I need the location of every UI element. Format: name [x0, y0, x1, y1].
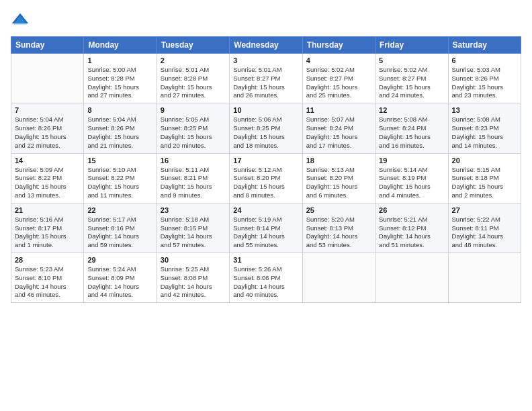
calendar-cell: 10Sunrise: 5:06 AMSunset: 8:25 PMDayligh… [230, 103, 302, 153]
calendar-cell: 5Sunrise: 5:02 AMSunset: 8:27 PMDaylight… [375, 54, 448, 103]
page-header [11, 11, 521, 30]
calendar-week-row: 21Sunrise: 5:16 AMSunset: 8:17 PMDayligh… [11, 203, 521, 253]
calendar-cell: 4Sunrise: 5:02 AMSunset: 8:27 PMDaylight… [302, 54, 375, 103]
calendar-cell: 23Sunrise: 5:18 AMSunset: 8:15 PMDayligh… [157, 203, 229, 253]
day-info: Sunrise: 5:15 AMSunset: 8:18 PMDaylight:… [452, 166, 517, 200]
day-info: Sunrise: 5:16 AMSunset: 8:17 PMDaylight:… [15, 216, 80, 250]
logo [11, 11, 32, 30]
calendar-cell: 8Sunrise: 5:04 AMSunset: 8:26 PMDaylight… [84, 103, 157, 153]
calendar-cell: 6Sunrise: 5:03 AMSunset: 8:26 PMDaylight… [448, 54, 521, 103]
day-info: Sunrise: 5:08 AMSunset: 8:23 PMDaylight:… [452, 116, 517, 150]
day-info: Sunrise: 5:01 AMSunset: 8:27 PMDaylight:… [233, 66, 298, 100]
calendar-day-header: Tuesday [157, 37, 229, 54]
logo-icon [11, 11, 30, 30]
day-number: 22 [87, 206, 152, 214]
day-info: Sunrise: 5:13 AMSunset: 8:20 PMDaylight:… [306, 166, 371, 200]
calendar-cell: 1Sunrise: 5:00 AMSunset: 8:28 PMDaylight… [84, 54, 157, 103]
day-number: 29 [87, 256, 152, 264]
day-info: Sunrise: 5:19 AMSunset: 8:14 PMDaylight:… [233, 216, 298, 250]
calendar-cell: 27Sunrise: 5:22 AMSunset: 8:11 PMDayligh… [448, 203, 521, 253]
calendar-day-header: Thursday [302, 37, 375, 54]
calendar-cell: 31Sunrise: 5:26 AMSunset: 8:06 PMDayligh… [230, 253, 302, 303]
day-info: Sunrise: 5:00 AMSunset: 8:28 PMDaylight:… [87, 66, 152, 100]
day-info: Sunrise: 5:26 AMSunset: 8:06 PMDaylight:… [233, 265, 298, 300]
calendar-cell: 3Sunrise: 5:01 AMSunset: 8:27 PMDaylight… [230, 54, 302, 103]
day-number: 1 [87, 56, 152, 64]
calendar-cell: 29Sunrise: 5:24 AMSunset: 8:09 PMDayligh… [84, 253, 157, 303]
day-number: 14 [15, 156, 80, 165]
calendar-cell: 7Sunrise: 5:04 AMSunset: 8:26 PMDaylight… [11, 103, 84, 153]
calendar-header-row: SundayMondayTuesdayWednesdayThursdayFrid… [11, 37, 521, 54]
calendar-cell: 19Sunrise: 5:14 AMSunset: 8:19 PMDayligh… [375, 153, 448, 203]
calendar-day-header: Saturday [448, 37, 521, 54]
calendar-cell: 2Sunrise: 5:01 AMSunset: 8:28 PMDaylight… [157, 54, 229, 103]
day-number: 30 [161, 256, 226, 264]
day-info: Sunrise: 5:02 AMSunset: 8:27 PMDaylight:… [379, 66, 444, 100]
day-number: 13 [452, 106, 517, 114]
day-number: 21 [15, 206, 80, 214]
calendar-cell: 22Sunrise: 5:17 AMSunset: 8:16 PMDayligh… [84, 203, 157, 253]
day-number: 16 [161, 156, 226, 165]
day-info: Sunrise: 5:21 AMSunset: 8:12 PMDaylight:… [379, 216, 444, 250]
day-info: Sunrise: 5:04 AMSunset: 8:26 PMDaylight:… [87, 116, 152, 150]
day-info: Sunrise: 5:10 AMSunset: 8:22 PMDaylight:… [87, 166, 152, 200]
day-info: Sunrise: 5:20 AMSunset: 8:13 PMDaylight:… [306, 216, 371, 250]
calendar-day-header: Sunday [11, 37, 84, 54]
day-number: 3 [233, 56, 298, 64]
day-info: Sunrise: 5:07 AMSunset: 8:24 PMDaylight:… [306, 116, 371, 150]
calendar-cell: 12Sunrise: 5:08 AMSunset: 8:24 PMDayligh… [375, 103, 448, 153]
day-info: Sunrise: 5:22 AMSunset: 8:11 PMDaylight:… [452, 216, 517, 250]
day-number: 12 [379, 106, 444, 114]
calendar-day-header: Monday [84, 37, 157, 54]
calendar-day-header: Wednesday [230, 37, 302, 54]
calendar-cell [302, 253, 375, 303]
day-info: Sunrise: 5:06 AMSunset: 8:25 PMDaylight:… [233, 116, 298, 150]
day-info: Sunrise: 5:01 AMSunset: 8:28 PMDaylight:… [161, 66, 226, 100]
day-number: 26 [379, 206, 444, 214]
calendar-table: SundayMondayTuesdayWednesdayThursdayFrid… [11, 36, 521, 303]
calendar-cell: 16Sunrise: 5:11 AMSunset: 8:21 PMDayligh… [157, 153, 229, 203]
day-number: 8 [87, 106, 152, 114]
day-info: Sunrise: 5:09 AMSunset: 8:22 PMDaylight:… [15, 166, 80, 200]
calendar-week-row: 7Sunrise: 5:04 AMSunset: 8:26 PMDaylight… [11, 103, 521, 153]
calendar-week-row: 28Sunrise: 5:23 AMSunset: 8:10 PMDayligh… [11, 253, 521, 303]
day-number: 10 [233, 106, 298, 114]
day-info: Sunrise: 5:23 AMSunset: 8:10 PMDaylight:… [15, 265, 80, 300]
day-number: 19 [379, 156, 444, 165]
calendar-week-row: 1Sunrise: 5:00 AMSunset: 8:28 PMDaylight… [11, 54, 521, 103]
day-number: 31 [233, 256, 298, 264]
day-number: 2 [161, 56, 226, 64]
day-info: Sunrise: 5:08 AMSunset: 8:24 PMDaylight:… [379, 116, 444, 150]
calendar-week-row: 14Sunrise: 5:09 AMSunset: 8:22 PMDayligh… [11, 153, 521, 203]
day-number: 15 [87, 156, 152, 165]
calendar-cell: 13Sunrise: 5:08 AMSunset: 8:23 PMDayligh… [448, 103, 521, 153]
calendar-cell: 18Sunrise: 5:13 AMSunset: 8:20 PMDayligh… [302, 153, 375, 203]
calendar-cell: 11Sunrise: 5:07 AMSunset: 8:24 PMDayligh… [302, 103, 375, 153]
day-number: 7 [15, 106, 80, 114]
day-info: Sunrise: 5:12 AMSunset: 8:20 PMDaylight:… [233, 166, 298, 200]
calendar-cell: 25Sunrise: 5:20 AMSunset: 8:13 PMDayligh… [302, 203, 375, 253]
calendar-cell: 14Sunrise: 5:09 AMSunset: 8:22 PMDayligh… [11, 153, 84, 203]
day-number: 5 [379, 56, 444, 64]
day-number: 18 [306, 156, 371, 165]
day-info: Sunrise: 5:17 AMSunset: 8:16 PMDaylight:… [87, 216, 152, 250]
day-number: 4 [306, 56, 371, 64]
day-info: Sunrise: 5:03 AMSunset: 8:26 PMDaylight:… [452, 66, 517, 100]
calendar-cell: 20Sunrise: 5:15 AMSunset: 8:18 PMDayligh… [448, 153, 521, 203]
day-number: 25 [306, 206, 371, 214]
day-info: Sunrise: 5:18 AMSunset: 8:15 PMDaylight:… [161, 216, 226, 250]
day-info: Sunrise: 5:24 AMSunset: 8:09 PMDaylight:… [87, 265, 152, 300]
calendar-cell [448, 253, 521, 303]
calendar-cell [375, 253, 448, 303]
day-info: Sunrise: 5:05 AMSunset: 8:25 PMDaylight:… [161, 116, 226, 150]
day-info: Sunrise: 5:14 AMSunset: 8:19 PMDaylight:… [379, 166, 444, 200]
calendar-cell: 9Sunrise: 5:05 AMSunset: 8:25 PMDaylight… [157, 103, 229, 153]
day-number: 27 [452, 206, 517, 214]
calendar-cell: 30Sunrise: 5:25 AMSunset: 8:08 PMDayligh… [157, 253, 229, 303]
calendar-cell: 24Sunrise: 5:19 AMSunset: 8:14 PMDayligh… [230, 203, 302, 253]
calendar-cell [11, 54, 84, 103]
day-number: 11 [306, 106, 371, 114]
day-info: Sunrise: 5:02 AMSunset: 8:27 PMDaylight:… [306, 66, 371, 100]
day-info: Sunrise: 5:11 AMSunset: 8:21 PMDaylight:… [161, 166, 226, 200]
calendar-day-header: Friday [375, 37, 448, 54]
